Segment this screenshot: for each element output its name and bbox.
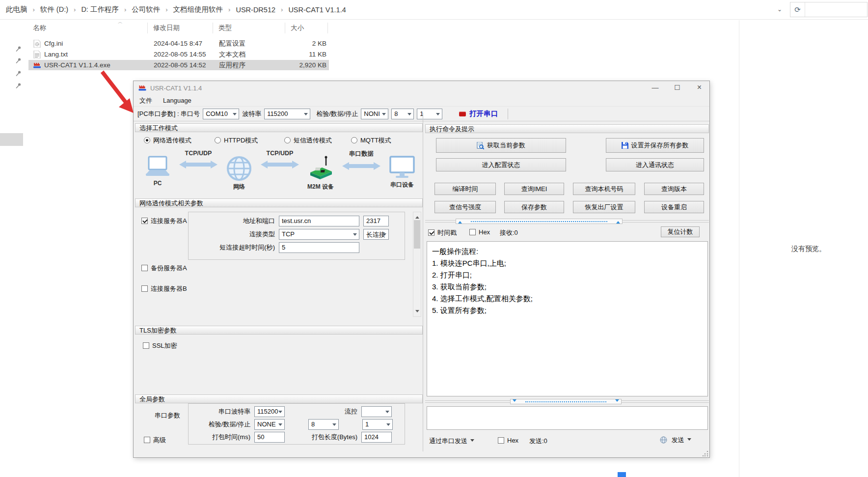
splitter-dots: [471, 221, 607, 222]
radio-icon: [351, 137, 357, 143]
factory-reset-button[interactable]: 恢复出厂设置: [573, 201, 635, 213]
conn-type-select[interactable]: TCP: [279, 229, 359, 240]
pin-icon[interactable]: [15, 46, 22, 52]
pack-len-input[interactable]: 1024: [361, 432, 392, 443]
log-area[interactable]: 一般操作流程: 1. 模块连PC串口,上电; 2. 打开串口; 3. 获取当前参…: [427, 241, 708, 396]
splitter-handle[interactable]: [510, 399, 622, 404]
chevron-down-icon[interactable]: ⌄: [777, 6, 782, 13]
g-baud-select[interactable]: 115200: [254, 406, 285, 417]
splitter-arrow-icon: [615, 399, 619, 404]
g-baud-label: 串口波特率: [189, 407, 250, 416]
splitter-handle[interactable]: [456, 219, 623, 224]
serial-params-group-label: 串口参数: [155, 411, 180, 420]
pack-time-label: 打包时间(ms): [189, 433, 250, 442]
checkbox-icon: [498, 437, 504, 444]
maximize-button[interactable]: ☐: [666, 81, 688, 95]
reset-counter-button[interactable]: 复位计数: [661, 226, 700, 237]
global-group: 串口波特率 115200 流控 检验/数据/停止 NONE 8 1 打包时间(m…: [188, 403, 405, 445]
breadcrumb-item[interactable]: 文档组使用软件: [172, 5, 224, 14]
scroll-up-icon[interactable]: [415, 214, 419, 219]
server-port-input[interactable]: 2317: [363, 216, 389, 226]
radio-selected-icon: [144, 137, 150, 143]
g-parity-select[interactable]: NONE: [254, 419, 285, 430]
breadcrumb-item[interactable]: 公司软件: [131, 5, 161, 14]
compile-time-button[interactable]: 编译时间: [434, 183, 496, 195]
server-address-input[interactable]: test.usr.cn: [279, 216, 359, 226]
save-params-button[interactable]: 保存参数: [504, 201, 564, 213]
work-mode-header: 选择工作模式: [135, 123, 423, 132]
file-row-selected[interactable]: USR-CAT1 V1.1.4.exe 2022-08-05 14:52 应用程…: [28, 60, 329, 70]
column-header-size[interactable]: 大小: [291, 24, 304, 32]
backup-server-checkbox[interactable]: 备份服务器A: [141, 264, 187, 273]
minimize-button[interactable]: —: [644, 81, 666, 95]
get-params-button[interactable]: 获取当前参数: [436, 138, 566, 153]
mode-radio-sms[interactable]: 短信透传模式: [284, 136, 332, 145]
diagram-tcp2-label: TCP/UDP: [267, 150, 294, 157]
query-number-button[interactable]: 查询本机号码: [573, 183, 635, 195]
diagram-serialdata-label: 串口数据: [349, 150, 374, 158]
pin-icon[interactable]: [15, 70, 22, 77]
set-save-params-button[interactable]: 设置并保存所有参数: [606, 138, 704, 153]
server-a-checkbox[interactable]: 连接服务器A: [141, 217, 187, 225]
timestamp-checkbox[interactable]: 时间戳: [428, 228, 457, 237]
scroll-down-icon[interactable]: [415, 310, 419, 314]
keepalive-select[interactable]: 长连接: [363, 229, 389, 240]
double-arrow-icon: [261, 160, 299, 169]
send-button[interactable]: 发送: [660, 436, 691, 445]
breadcrumb-item[interactable]: D: 工作程序: [80, 5, 120, 14]
diagram-tcp1-label: TCP/UDP: [185, 150, 212, 157]
flow-select[interactable]: [361, 406, 392, 417]
signal-strength-button[interactable]: 查信号强度: [434, 201, 496, 213]
search-input[interactable]: [806, 3, 867, 16]
query-imei-button[interactable]: 查询IMEI: [504, 183, 564, 195]
server-b-checkbox[interactable]: 连接服务器B: [141, 284, 187, 293]
pack-time-input[interactable]: 50: [254, 432, 285, 443]
column-header-date[interactable]: 修改日期: [153, 24, 180, 32]
scrollbar-vertical[interactable]: [413, 212, 421, 317]
resize-grip[interactable]: [703, 450, 708, 456]
menu-language[interactable]: Language: [163, 97, 191, 104]
send-input-area[interactable]: [427, 406, 708, 430]
mode-radio-httpd[interactable]: HTTPD模式: [215, 136, 258, 145]
file-type: 配置设置: [219, 39, 245, 48]
device-restart-button[interactable]: 设备重启: [644, 201, 704, 213]
scrollbar-thumb[interactable]: [414, 220, 420, 249]
advanced-checkbox[interactable]: 高级: [144, 436, 166, 445]
mode-radio-net[interactable]: 网络透传模式: [144, 136, 191, 145]
column-divider[interactable]: [213, 23, 213, 33]
pin-icon[interactable]: [15, 57, 22, 64]
send-via-serial-dropdown[interactable]: 通过串口发送: [429, 437, 474, 446]
file-row[interactable]: Lang.txt 2022-08-05 14:55 文本文档 11 KB: [28, 49, 329, 59]
hex-send-checkbox[interactable]: Hex: [498, 437, 518, 444]
breadcrumb-item[interactable]: USR-DR512: [235, 6, 276, 14]
column-divider[interactable]: [327, 23, 328, 33]
enter-config-button[interactable]: 进入配置状态: [436, 158, 566, 171]
g-databits-select[interactable]: 8: [308, 419, 339, 430]
file-row[interactable]: Cfg.ini 2024-04-15 8:47 配置设置 2 KB: [28, 38, 329, 49]
window-titlebar[interactable]: USR-CAT1 V1.1.4: [134, 81, 709, 95]
refresh-icon[interactable]: ⟳: [790, 2, 805, 17]
flow-label: 流控: [285, 407, 357, 416]
breadcrumb-item[interactable]: USR-CAT1 V1.1.4: [287, 6, 347, 14]
timeout-input[interactable]: 5: [279, 242, 359, 253]
breadcrumb-item[interactable]: 此电脑: [5, 5, 28, 14]
column-header-name[interactable]: 名称: [33, 24, 46, 32]
hex-recv-checkbox[interactable]: Hex: [469, 228, 490, 236]
file-name: Lang.txt: [44, 51, 68, 58]
column-header-type[interactable]: 类型: [218, 24, 232, 32]
breadcrumb-item[interactable]: 软件 (D:): [39, 5, 69, 14]
close-button[interactable]: ×: [688, 81, 710, 95]
column-divider[interactable]: [147, 23, 148, 33]
breadcrumb-separator: ›: [228, 6, 230, 13]
mode-diagram: PC TCP/UDP 网络 TCP/UDP: [139, 149, 421, 198]
preview-pane-divider[interactable]: [739, 20, 739, 477]
g-stopbits-select[interactable]: 1: [362, 419, 393, 430]
ini-file-icon: [33, 40, 41, 48]
query-version-button[interactable]: 查询版本: [644, 183, 704, 195]
ssl-checkbox[interactable]: SSL加密: [143, 341, 177, 350]
enter-comm-button[interactable]: 进入通讯状态: [606, 158, 704, 171]
column-divider[interactable]: [285, 23, 285, 33]
text-file-icon: [33, 51, 41, 58]
mode-radio-mqtt[interactable]: MQTT模式: [351, 136, 391, 145]
pin-icon[interactable]: [15, 83, 22, 89]
